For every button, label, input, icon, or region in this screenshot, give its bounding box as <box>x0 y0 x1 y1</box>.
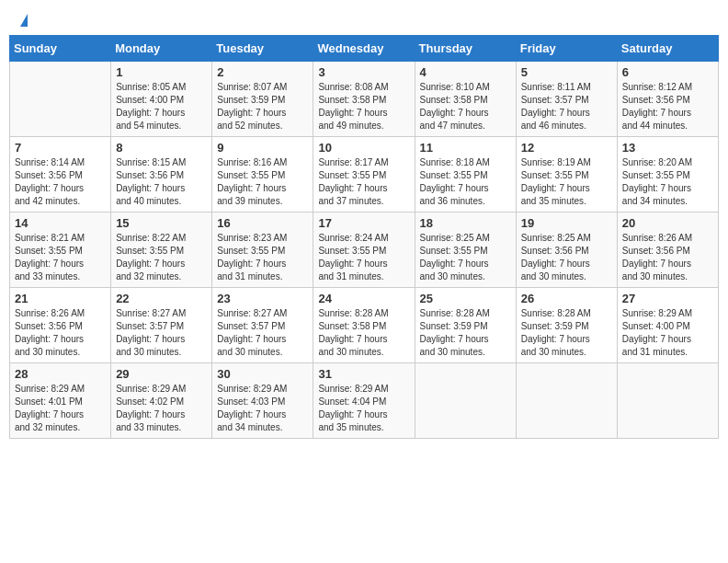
calendar-cell: 21Sunrise: 8:26 AM Sunset: 3:56 PM Dayli… <box>10 288 111 363</box>
calendar-cell: 23Sunrise: 8:27 AM Sunset: 3:57 PM Dayli… <box>212 288 313 363</box>
calendar-cell: 11Sunrise: 8:18 AM Sunset: 3:55 PM Dayli… <box>415 137 516 213</box>
cell-content: Sunrise: 8:21 AM Sunset: 3:55 PM Dayligh… <box>15 232 106 283</box>
day-number: 9 <box>217 141 308 155</box>
cell-content: Sunrise: 8:12 AM Sunset: 3:56 PM Dayligh… <box>622 81 713 132</box>
cell-content: Sunrise: 8:27 AM Sunset: 3:57 PM Dayligh… <box>116 307 207 359</box>
cell-content: Sunrise: 8:29 AM Sunset: 4:02 PM Dayligh… <box>116 383 207 434</box>
calendar-week-2: 7Sunrise: 8:14 AM Sunset: 3:56 PM Daylig… <box>10 137 719 213</box>
day-number: 24 <box>318 292 409 305</box>
day-number: 25 <box>420 292 511 305</box>
day-number: 4 <box>420 65 511 79</box>
day-number: 6 <box>622 65 713 79</box>
calendar-cell: 24Sunrise: 8:28 AM Sunset: 3:58 PM Dayli… <box>313 288 415 363</box>
cell-content: Sunrise: 8:10 AM Sunset: 3:58 PM Dayligh… <box>420 81 511 132</box>
day-number: 22 <box>116 292 207 305</box>
calendar-cell: 27Sunrise: 8:29 AM Sunset: 4:00 PM Dayli… <box>617 288 718 363</box>
weekday-header-row: SundayMondayTuesdayWednesdayThursdayFrid… <box>10 36 719 62</box>
cell-content: Sunrise: 8:16 AM Sunset: 3:55 PM Dayligh… <box>217 156 308 208</box>
weekday-header-saturday: Saturday <box>617 36 718 62</box>
day-number: 8 <box>116 141 207 155</box>
header <box>9 9 719 28</box>
calendar-cell: 29Sunrise: 8:29 AM Sunset: 4:02 PM Dayli… <box>111 363 212 439</box>
cell-content: Sunrise: 8:07 AM Sunset: 3:59 PM Dayligh… <box>217 81 308 132</box>
calendar-cell: 4Sunrise: 8:10 AM Sunset: 3:58 PM Daylig… <box>415 62 516 137</box>
calendar-cell: 31Sunrise: 8:29 AM Sunset: 4:04 PM Dayli… <box>313 363 415 439</box>
calendar-cell: 12Sunrise: 8:19 AM Sunset: 3:55 PM Dayli… <box>516 137 617 213</box>
day-number: 20 <box>622 216 713 230</box>
calendar-cell: 18Sunrise: 8:25 AM Sunset: 3:55 PM Dayli… <box>415 213 516 288</box>
cell-content: Sunrise: 8:25 AM Sunset: 3:55 PM Dayligh… <box>420 232 511 283</box>
day-number: 1 <box>116 65 207 79</box>
logo-triangle-icon <box>20 14 28 27</box>
calendar-week-3: 14Sunrise: 8:21 AM Sunset: 3:55 PM Dayli… <box>10 213 719 288</box>
day-number: 12 <box>521 141 612 155</box>
cell-content: Sunrise: 8:23 AM Sunset: 3:55 PM Dayligh… <box>217 232 308 283</box>
weekday-header-sunday: Sunday <box>10 36 111 62</box>
cell-content: Sunrise: 8:08 AM Sunset: 3:58 PM Dayligh… <box>318 81 409 132</box>
cell-content: Sunrise: 8:29 AM Sunset: 4:04 PM Dayligh… <box>318 383 409 434</box>
calendar-cell: 2Sunrise: 8:07 AM Sunset: 3:59 PM Daylig… <box>212 62 313 137</box>
calendar-table: SundayMondayTuesdayWednesdayThursdayFrid… <box>9 35 719 439</box>
calendar-cell: 3Sunrise: 8:08 AM Sunset: 3:58 PM Daylig… <box>313 62 415 137</box>
calendar-cell: 13Sunrise: 8:20 AM Sunset: 3:55 PM Dayli… <box>617 137 718 213</box>
weekday-header-monday: Monday <box>111 36 212 62</box>
calendar-cell: 6Sunrise: 8:12 AM Sunset: 3:56 PM Daylig… <box>617 62 718 137</box>
cell-content: Sunrise: 8:27 AM Sunset: 3:57 PM Dayligh… <box>217 307 308 359</box>
weekday-header-thursday: Thursday <box>415 36 516 62</box>
calendar-cell: 17Sunrise: 8:24 AM Sunset: 3:55 PM Dayli… <box>313 213 415 288</box>
calendar-cell: 16Sunrise: 8:23 AM Sunset: 3:55 PM Dayli… <box>212 213 313 288</box>
weekday-header-friday: Friday <box>516 36 617 62</box>
cell-content: Sunrise: 8:11 AM Sunset: 3:57 PM Dayligh… <box>521 81 612 132</box>
day-number: 31 <box>318 367 409 381</box>
cell-content: Sunrise: 8:29 AM Sunset: 4:03 PM Dayligh… <box>217 383 308 434</box>
cell-content: Sunrise: 8:24 AM Sunset: 3:55 PM Dayligh… <box>318 232 409 283</box>
day-number: 16 <box>217 216 308 230</box>
cell-content: Sunrise: 8:28 AM Sunset: 3:59 PM Dayligh… <box>420 307 511 359</box>
day-number: 18 <box>420 216 511 230</box>
day-number: 13 <box>622 141 713 155</box>
cell-content: Sunrise: 8:14 AM Sunset: 3:56 PM Dayligh… <box>15 156 106 208</box>
day-number: 3 <box>318 65 409 79</box>
cell-content: Sunrise: 8:17 AM Sunset: 3:55 PM Dayligh… <box>318 156 409 208</box>
cell-content: Sunrise: 8:15 AM Sunset: 3:56 PM Dayligh… <box>116 156 207 208</box>
cell-content: Sunrise: 8:29 AM Sunset: 4:00 PM Dayligh… <box>622 307 713 359</box>
cell-content: Sunrise: 8:28 AM Sunset: 3:58 PM Dayligh… <box>318 307 409 359</box>
day-number: 2 <box>217 65 308 79</box>
calendar-week-5: 28Sunrise: 8:29 AM Sunset: 4:01 PM Dayli… <box>10 363 719 439</box>
day-number: 7 <box>15 141 106 155</box>
calendar-week-4: 21Sunrise: 8:26 AM Sunset: 3:56 PM Dayli… <box>10 288 719 363</box>
calendar-cell: 9Sunrise: 8:16 AM Sunset: 3:55 PM Daylig… <box>212 137 313 213</box>
calendar-cell <box>516 363 617 439</box>
day-number: 28 <box>15 367 106 381</box>
day-number: 5 <box>521 65 612 79</box>
calendar-cell: 7Sunrise: 8:14 AM Sunset: 3:56 PM Daylig… <box>10 137 111 213</box>
day-number: 17 <box>318 216 409 230</box>
day-number: 11 <box>420 141 511 155</box>
calendar-cell: 30Sunrise: 8:29 AM Sunset: 4:03 PM Dayli… <box>212 363 313 439</box>
calendar-cell: 25Sunrise: 8:28 AM Sunset: 3:59 PM Dayli… <box>415 288 516 363</box>
cell-content: Sunrise: 8:19 AM Sunset: 3:55 PM Dayligh… <box>521 156 612 208</box>
day-number: 15 <box>116 216 207 230</box>
cell-content: Sunrise: 8:26 AM Sunset: 3:56 PM Dayligh… <box>15 307 106 359</box>
calendar-cell: 5Sunrise: 8:11 AM Sunset: 3:57 PM Daylig… <box>516 62 617 137</box>
logo <box>18 14 28 23</box>
cell-content: Sunrise: 8:22 AM Sunset: 3:55 PM Dayligh… <box>116 232 207 283</box>
cell-content: Sunrise: 8:20 AM Sunset: 3:55 PM Dayligh… <box>622 156 713 208</box>
calendar-cell: 20Sunrise: 8:26 AM Sunset: 3:56 PM Dayli… <box>617 213 718 288</box>
day-number: 27 <box>622 292 713 305</box>
cell-content: Sunrise: 8:05 AM Sunset: 4:00 PM Dayligh… <box>116 81 207 132</box>
day-number: 26 <box>521 292 612 305</box>
day-number: 14 <box>15 216 106 230</box>
weekday-header-wednesday: Wednesday <box>313 36 415 62</box>
cell-content: Sunrise: 8:26 AM Sunset: 3:56 PM Dayligh… <box>622 232 713 283</box>
calendar-cell: 26Sunrise: 8:28 AM Sunset: 3:59 PM Dayli… <box>516 288 617 363</box>
weekday-header-tuesday: Tuesday <box>212 36 313 62</box>
calendar-cell: 28Sunrise: 8:29 AM Sunset: 4:01 PM Dayli… <box>10 363 111 439</box>
day-number: 30 <box>217 367 308 381</box>
calendar-cell: 22Sunrise: 8:27 AM Sunset: 3:57 PM Dayli… <box>111 288 212 363</box>
calendar-cell: 19Sunrise: 8:25 AM Sunset: 3:56 PM Dayli… <box>516 213 617 288</box>
calendar-cell: 15Sunrise: 8:22 AM Sunset: 3:55 PM Dayli… <box>111 213 212 288</box>
calendar-week-1: 1Sunrise: 8:05 AM Sunset: 4:00 PM Daylig… <box>10 62 719 137</box>
cell-content: Sunrise: 8:28 AM Sunset: 3:59 PM Dayligh… <box>521 307 612 359</box>
calendar-cell: 1Sunrise: 8:05 AM Sunset: 4:00 PM Daylig… <box>111 62 212 137</box>
